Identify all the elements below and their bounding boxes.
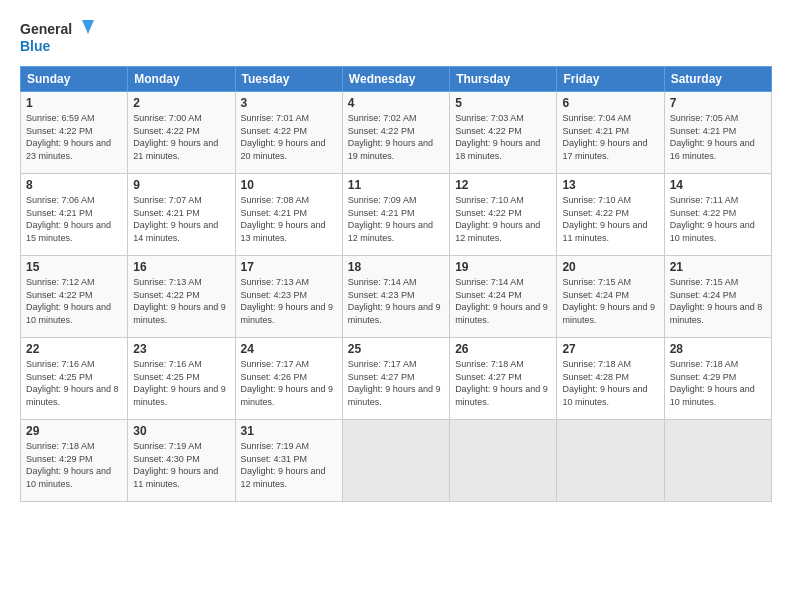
- day-cell: 7 Sunrise: 7:05 AM Sunset: 4:21 PM Dayli…: [664, 92, 771, 174]
- day-number: 12: [455, 178, 551, 192]
- day-number: 8: [26, 178, 122, 192]
- day-cell: [342, 420, 449, 502]
- header-cell-monday: Monday: [128, 67, 235, 92]
- day-number: 13: [562, 178, 658, 192]
- header-cell-thursday: Thursday: [450, 67, 557, 92]
- day-number: 25: [348, 342, 444, 356]
- week-row-5: 29 Sunrise: 7:18 AM Sunset: 4:29 PM Dayl…: [21, 420, 772, 502]
- day-info: Sunrise: 7:06 AM Sunset: 4:21 PM Dayligh…: [26, 194, 122, 244]
- day-info: Sunrise: 7:10 AM Sunset: 4:22 PM Dayligh…: [455, 194, 551, 244]
- day-cell: 11 Sunrise: 7:09 AM Sunset: 4:21 PM Dayl…: [342, 174, 449, 256]
- day-info: Sunrise: 7:18 AM Sunset: 4:29 PM Dayligh…: [26, 440, 122, 490]
- day-number: 2: [133, 96, 229, 110]
- header-cell-sunday: Sunday: [21, 67, 128, 92]
- page: General Blue SundayMondayTuesdayWednesda…: [0, 0, 792, 612]
- day-cell: 28 Sunrise: 7:18 AM Sunset: 4:29 PM Dayl…: [664, 338, 771, 420]
- day-number: 24: [241, 342, 337, 356]
- day-cell: [557, 420, 664, 502]
- day-cell: 2 Sunrise: 7:00 AM Sunset: 4:22 PM Dayli…: [128, 92, 235, 174]
- day-info: Sunrise: 7:17 AM Sunset: 4:26 PM Dayligh…: [241, 358, 337, 408]
- day-number: 7: [670, 96, 766, 110]
- header-cell-wednesday: Wednesday: [342, 67, 449, 92]
- day-cell: 18 Sunrise: 7:14 AM Sunset: 4:23 PM Dayl…: [342, 256, 449, 338]
- calendar: SundayMondayTuesdayWednesdayThursdayFrid…: [20, 66, 772, 502]
- day-number: 20: [562, 260, 658, 274]
- day-cell: 1 Sunrise: 6:59 AM Sunset: 4:22 PM Dayli…: [21, 92, 128, 174]
- day-info: Sunrise: 7:15 AM Sunset: 4:24 PM Dayligh…: [670, 276, 766, 326]
- day-cell: 15 Sunrise: 7:12 AM Sunset: 4:22 PM Dayl…: [21, 256, 128, 338]
- day-info: Sunrise: 7:15 AM Sunset: 4:24 PM Dayligh…: [562, 276, 658, 326]
- day-info: Sunrise: 7:18 AM Sunset: 4:29 PM Dayligh…: [670, 358, 766, 408]
- day-cell: [664, 420, 771, 502]
- day-number: 28: [670, 342, 766, 356]
- day-number: 6: [562, 96, 658, 110]
- svg-text:General: General: [20, 21, 72, 37]
- day-number: 18: [348, 260, 444, 274]
- day-cell: 31 Sunrise: 7:19 AM Sunset: 4:31 PM Dayl…: [235, 420, 342, 502]
- day-info: Sunrise: 7:03 AM Sunset: 4:22 PM Dayligh…: [455, 112, 551, 162]
- day-number: 22: [26, 342, 122, 356]
- header-cell-tuesday: Tuesday: [235, 67, 342, 92]
- header-cell-saturday: Saturday: [664, 67, 771, 92]
- day-info: Sunrise: 7:07 AM Sunset: 4:21 PM Dayligh…: [133, 194, 229, 244]
- day-number: 9: [133, 178, 229, 192]
- day-number: 5: [455, 96, 551, 110]
- logo-svg: General Blue: [20, 16, 100, 58]
- week-row-1: 1 Sunrise: 6:59 AM Sunset: 4:22 PM Dayli…: [21, 92, 772, 174]
- day-cell: 12 Sunrise: 7:10 AM Sunset: 4:22 PM Dayl…: [450, 174, 557, 256]
- day-number: 23: [133, 342, 229, 356]
- day-info: Sunrise: 7:12 AM Sunset: 4:22 PM Dayligh…: [26, 276, 122, 326]
- day-info: Sunrise: 7:08 AM Sunset: 4:21 PM Dayligh…: [241, 194, 337, 244]
- day-info: Sunrise: 7:14 AM Sunset: 4:24 PM Dayligh…: [455, 276, 551, 326]
- day-info: Sunrise: 7:14 AM Sunset: 4:23 PM Dayligh…: [348, 276, 444, 326]
- day-info: Sunrise: 7:18 AM Sunset: 4:28 PM Dayligh…: [562, 358, 658, 408]
- day-number: 4: [348, 96, 444, 110]
- day-info: Sunrise: 7:13 AM Sunset: 4:23 PM Dayligh…: [241, 276, 337, 326]
- day-info: Sunrise: 7:19 AM Sunset: 4:30 PM Dayligh…: [133, 440, 229, 490]
- day-info: Sunrise: 7:18 AM Sunset: 4:27 PM Dayligh…: [455, 358, 551, 408]
- day-cell: 22 Sunrise: 7:16 AM Sunset: 4:25 PM Dayl…: [21, 338, 128, 420]
- calendar-body: 1 Sunrise: 6:59 AM Sunset: 4:22 PM Dayli…: [21, 92, 772, 502]
- day-cell: [450, 420, 557, 502]
- header-cell-friday: Friday: [557, 67, 664, 92]
- day-cell: 24 Sunrise: 7:17 AM Sunset: 4:26 PM Dayl…: [235, 338, 342, 420]
- day-number: 14: [670, 178, 766, 192]
- day-cell: 21 Sunrise: 7:15 AM Sunset: 4:24 PM Dayl…: [664, 256, 771, 338]
- day-cell: 19 Sunrise: 7:14 AM Sunset: 4:24 PM Dayl…: [450, 256, 557, 338]
- svg-marker-2: [82, 20, 94, 34]
- svg-text:Blue: Blue: [20, 38, 51, 54]
- day-info: Sunrise: 7:00 AM Sunset: 4:22 PM Dayligh…: [133, 112, 229, 162]
- day-number: 17: [241, 260, 337, 274]
- calendar-header: SundayMondayTuesdayWednesdayThursdayFrid…: [21, 67, 772, 92]
- day-number: 26: [455, 342, 551, 356]
- day-cell: 14 Sunrise: 7:11 AM Sunset: 4:22 PM Dayl…: [664, 174, 771, 256]
- day-cell: 16 Sunrise: 7:13 AM Sunset: 4:22 PM Dayl…: [128, 256, 235, 338]
- day-info: Sunrise: 7:02 AM Sunset: 4:22 PM Dayligh…: [348, 112, 444, 162]
- day-number: 15: [26, 260, 122, 274]
- day-number: 30: [133, 424, 229, 438]
- header-row: SundayMondayTuesdayWednesdayThursdayFrid…: [21, 67, 772, 92]
- day-cell: 6 Sunrise: 7:04 AM Sunset: 4:21 PM Dayli…: [557, 92, 664, 174]
- day-cell: 29 Sunrise: 7:18 AM Sunset: 4:29 PM Dayl…: [21, 420, 128, 502]
- day-number: 19: [455, 260, 551, 274]
- logo: General Blue: [20, 16, 100, 58]
- day-number: 3: [241, 96, 337, 110]
- day-info: Sunrise: 7:13 AM Sunset: 4:22 PM Dayligh…: [133, 276, 229, 326]
- day-number: 29: [26, 424, 122, 438]
- header: General Blue: [20, 16, 772, 58]
- day-cell: 8 Sunrise: 7:06 AM Sunset: 4:21 PM Dayli…: [21, 174, 128, 256]
- day-number: 11: [348, 178, 444, 192]
- day-number: 16: [133, 260, 229, 274]
- day-info: Sunrise: 7:16 AM Sunset: 4:25 PM Dayligh…: [26, 358, 122, 408]
- day-info: Sunrise: 7:05 AM Sunset: 4:21 PM Dayligh…: [670, 112, 766, 162]
- day-info: Sunrise: 7:17 AM Sunset: 4:27 PM Dayligh…: [348, 358, 444, 408]
- day-cell: 27 Sunrise: 7:18 AM Sunset: 4:28 PM Dayl…: [557, 338, 664, 420]
- day-info: Sunrise: 7:04 AM Sunset: 4:21 PM Dayligh…: [562, 112, 658, 162]
- day-info: Sunrise: 7:01 AM Sunset: 4:22 PM Dayligh…: [241, 112, 337, 162]
- day-cell: 26 Sunrise: 7:18 AM Sunset: 4:27 PM Dayl…: [450, 338, 557, 420]
- day-cell: 17 Sunrise: 7:13 AM Sunset: 4:23 PM Dayl…: [235, 256, 342, 338]
- day-cell: 20 Sunrise: 7:15 AM Sunset: 4:24 PM Dayl…: [557, 256, 664, 338]
- day-cell: 3 Sunrise: 7:01 AM Sunset: 4:22 PM Dayli…: [235, 92, 342, 174]
- day-cell: 30 Sunrise: 7:19 AM Sunset: 4:30 PM Dayl…: [128, 420, 235, 502]
- day-number: 21: [670, 260, 766, 274]
